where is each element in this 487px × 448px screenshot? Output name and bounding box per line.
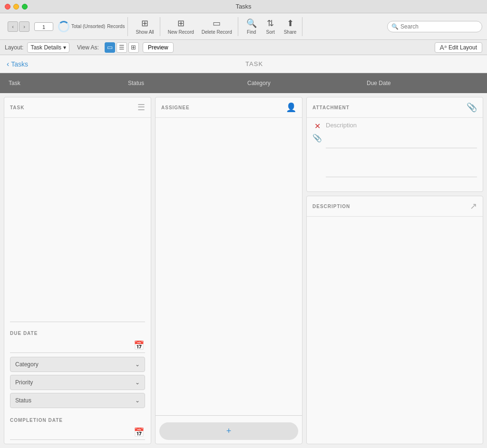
delete-record-label: Delete Record — [202, 29, 232, 35]
prev-record-button[interactable]: ‹ — [8, 21, 18, 32]
layout-bar: Layout: Task Details ▾ View As: ▭ ☰ ⊞ Pr… — [0, 40, 487, 55]
records-label: Records — [107, 24, 125, 29]
window-title: Tasks — [235, 3, 251, 10]
category-label: Category — [15, 361, 39, 368]
task-panel-header: TASK ☰ — [4, 97, 151, 118]
find-button[interactable]: 🔍 Find — [243, 16, 260, 37]
assignee-panel-header: ASSIGNEE 👤 — [156, 97, 302, 118]
attachment-row: ✕ 📎 Description — [307, 118, 483, 181]
remove-attachment-button[interactable]: ✕ — [314, 122, 321, 131]
nav-arrows: ‹ › — [8, 21, 29, 32]
task-list-icon[interactable]: ☰ — [137, 102, 145, 113]
description-panel-title: DESCRIPTION — [312, 204, 350, 209]
category-dropdown[interactable]: Category ⌄ — [10, 357, 145, 372]
view-as-label: View As: — [77, 44, 99, 51]
list-view-button[interactable]: ☰ — [117, 42, 127, 53]
edit-layout-button[interactable]: Aᵃ Edit Layout — [435, 42, 482, 53]
add-assignee-area: + — [156, 416, 302, 444]
back-button[interactable]: ‹ Tasks — [7, 60, 28, 68]
delete-record-button[interactable]: ▭ Delete Record — [199, 16, 235, 37]
form-view-button[interactable]: ▭ — [105, 42, 115, 53]
col-category: Category — [244, 80, 363, 86]
completion-date-label: COMPLETION DATE — [10, 418, 145, 423]
nav-bar: ‹ Tasks TASK — [0, 55, 487, 73]
description-panel-body[interactable] — [307, 217, 483, 444]
close-button[interactable] — [5, 4, 10, 10]
total-label: Total (Unsorted) — [71, 24, 105, 29]
next-record-button[interactable]: › — [19, 21, 29, 32]
search-input[interactable] — [400, 23, 478, 30]
view-icons: ▭ ☰ ⊞ — [105, 42, 139, 53]
task-field-area[interactable] — [10, 122, 145, 322]
attachment-panel-title: ATTACHMENT — [312, 105, 350, 110]
find-label: Find — [247, 29, 256, 35]
attachment-panel-header: ATTACHMENT 📎 — [307, 97, 483, 118]
sort-button[interactable]: ⇅ Sort — [262, 16, 279, 37]
attach-controls: ✕ 📎 — [312, 122, 322, 143]
paperclip-icon[interactable]: 📎 — [467, 102, 477, 113]
preview-button[interactable]: Preview — [143, 42, 174, 53]
person-icon[interactable]: 👤 — [286, 102, 296, 113]
status-dropdown[interactable]: Status ⌄ — [10, 393, 145, 408]
record-number-input[interactable]: 1 — [34, 22, 53, 31]
back-chevron-icon: ‹ — [7, 60, 9, 68]
task-panel-body: DUE DATE 📅 Category ⌄ Priority ⌄ Status … — [4, 118, 151, 444]
window-controls — [5, 4, 28, 10]
record-counter: 1 — [34, 22, 53, 31]
show-all-button[interactable]: ⊞ Show All — [133, 16, 156, 37]
task-panel: TASK ☰ DUE DATE 📅 Category ⌄ — [4, 97, 151, 444]
status-label: Status — [15, 397, 31, 404]
right-panels: ATTACHMENT 📎 ✕ 📎 Description — [306, 97, 483, 444]
attach-file-button[interactable]: 📎 — [312, 133, 322, 143]
search-box[interactable]: 🔍 — [387, 21, 482, 32]
find-icon: 🔍 — [246, 18, 257, 29]
app-window: Tasks ‹ › 1 Total (Unsorted) Records ⊞ — [0, 0, 487, 448]
record-actions-group: ⊞ New Record ▭ Delete Record — [162, 17, 238, 36]
sort-icon: ⇅ — [267, 18, 274, 29]
description-panel: DESCRIPTION ↗ — [306, 196, 483, 444]
maximize-button[interactable] — [22, 4, 28, 10]
show-all-label: Show All — [136, 29, 154, 35]
due-date-section: DUE DATE 📅 — [10, 326, 145, 353]
edit-layout-label: Edit Layout — [448, 44, 477, 51]
toolbar: ‹ › 1 Total (Unsorted) Records ⊞ Show Al… — [0, 13, 487, 40]
layout-select-value: Task Details — [30, 44, 61, 51]
back-label: Tasks — [11, 60, 28, 68]
description-line — [326, 148, 477, 148]
col-status: Status — [124, 80, 244, 86]
table-header: Task Status Category Due Date — [0, 73, 487, 93]
assignee-panel-title: ASSIGNEE — [161, 105, 190, 110]
external-link-icon[interactable]: ↗ — [470, 201, 477, 211]
due-date-label: DUE DATE — [10, 331, 145, 336]
new-record-button[interactable]: ⊞ New Record — [165, 16, 197, 37]
grid-view-button[interactable]: ⊞ — [128, 42, 139, 53]
minimize-button[interactable] — [13, 4, 19, 10]
category-chevron-icon: ⌄ — [135, 361, 140, 368]
navigation-group: ‹ › 1 Total (Unsorted) Records — [5, 17, 128, 36]
priority-chevron-icon: ⌄ — [135, 379, 140, 386]
attachment-description-text: Description — [326, 122, 477, 129]
font-icon: Aᵃ — [440, 44, 447, 51]
new-record-label: New Record — [168, 29, 194, 35]
layout-select[interactable]: Task Details ▾ — [27, 42, 69, 53]
calendar-icon[interactable]: 📅 — [134, 340, 144, 351]
search-icon: 🔍 — [391, 23, 399, 30]
assignee-panel-body[interactable] — [156, 118, 302, 416]
completion-date-section: COMPLETION DATE 📅 — [10, 413, 145, 440]
status-chevron-icon: ⌄ — [135, 397, 140, 404]
share-button[interactable]: ⬆ Share — [281, 16, 300, 37]
priority-label: Priority — [15, 379, 33, 386]
attachment-description-area[interactable]: Description — [326, 122, 477, 177]
priority-dropdown[interactable]: Priority ⌄ — [10, 375, 145, 390]
find-sort-share-group: 🔍 Find ⇅ Sort ⬆ Share — [240, 17, 303, 36]
delete-record-icon: ▭ — [213, 18, 221, 29]
show-all-icon: ⊞ — [141, 18, 148, 29]
new-record-icon: ⊞ — [177, 18, 185, 29]
completion-calendar-icon[interactable]: 📅 — [134, 427, 144, 438]
main-content: TASK ☰ DUE DATE 📅 Category ⌄ — [0, 93, 487, 448]
show-all-group: ⊞ Show All — [130, 17, 160, 36]
add-assignee-button[interactable]: + — [159, 422, 298, 440]
task-panel-title: TASK — [10, 105, 24, 110]
col-due-date: Due Date — [363, 80, 482, 86]
share-icon: ⬆ — [287, 18, 294, 29]
